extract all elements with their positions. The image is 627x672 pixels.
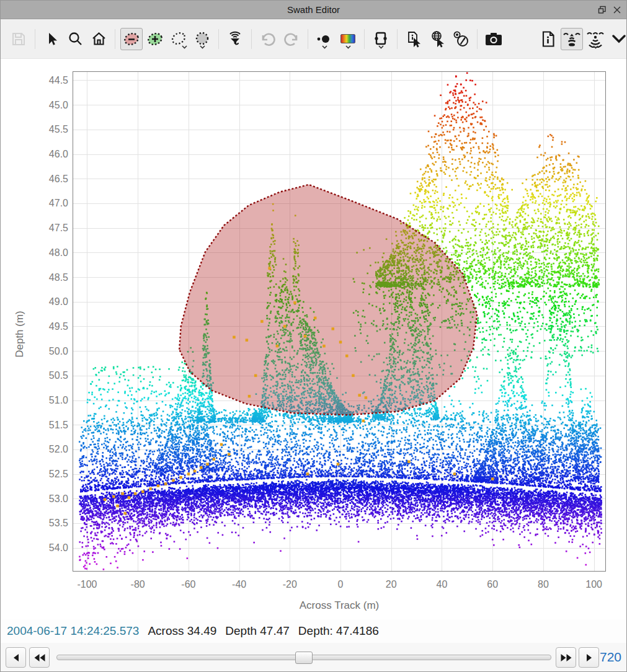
x-tick-label: -40 — [215, 578, 264, 590]
y-tick-label: 45.0 — [6, 99, 68, 111]
y-tick-label: 46.0 — [6, 148, 68, 160]
x-tick-label: 0 — [316, 578, 365, 590]
status-timestamp: 2004-06-17 14:24:25.573 — [7, 624, 139, 638]
y-tick-label: 51.5 — [6, 419, 68, 431]
status-bar: 2004-06-17 14:24:25.573 Across 34.49 Dep… — [1, 619, 626, 643]
y-tick-label: 48.5 — [6, 272, 68, 283]
step-forward-button[interactable] — [579, 647, 599, 668]
slider-thumb[interactable] — [295, 652, 313, 664]
lasso-outline-button[interactable] — [167, 28, 190, 50]
chevron-down-icon — [378, 45, 384, 49]
transport-controls: 720 — [1, 643, 626, 672]
chevron-down-icon — [345, 45, 351, 49]
x-tick-label: -80 — [113, 578, 162, 590]
titlebar: Swath Editor — [1, 1, 626, 19]
lasso-reject-button[interactable] — [120, 28, 143, 50]
fast-back-button[interactable] — [29, 647, 50, 668]
zoom-button[interactable] — [64, 28, 86, 50]
y-tick-label: 49.0 — [6, 296, 68, 307]
fast-forward-button[interactable] — [556, 647, 576, 668]
swath-editor-window: Swath Editor — [0, 0, 627, 672]
colormap-button[interactable] — [337, 28, 359, 50]
filter-button[interactable] — [224, 28, 246, 50]
y-tick-label: 44.5 — [6, 74, 68, 86]
y-tick-label: 45.5 — [6, 123, 68, 135]
point-size-button[interactable] — [313, 28, 336, 50]
status-depth-precise: Depth: 47.4186 — [298, 624, 379, 638]
x-tick-label: 100 — [569, 578, 619, 590]
y-tick-label: 46.5 — [6, 173, 68, 185]
cursor-select-button[interactable] — [40, 28, 63, 50]
y-tick-label: 48.0 — [6, 247, 68, 259]
chevron-down-icon — [182, 45, 187, 49]
fast-back-icon — [33, 653, 46, 662]
step-forward-icon — [585, 653, 594, 662]
chevron-down-icon — [593, 45, 598, 49]
swath-position-slider[interactable] — [56, 655, 551, 660]
step-back-icon — [12, 653, 20, 662]
step-back-button[interactable] — [6, 647, 26, 668]
y-tick-label: 53.5 — [6, 517, 68, 529]
y-tick-label: 47.0 — [6, 197, 68, 209]
x-tick-label: -20 — [265, 578, 314, 590]
float-window-icon[interactable] — [598, 6, 607, 14]
sonar-single-button[interactable] — [561, 28, 583, 50]
report-info-button[interactable] — [537, 28, 559, 50]
sonar-multi-button[interactable] — [584, 28, 607, 50]
expand-chevron-button[interactable] — [608, 28, 627, 50]
x-tick-label: 80 — [518, 578, 568, 590]
colormap-icon — [340, 34, 355, 43]
swath-extent-button[interactable] — [370, 28, 392, 50]
toolbar — [1, 19, 626, 59]
lasso-accept-button[interactable] — [144, 28, 166, 50]
y-tick-label: 53.0 — [6, 493, 68, 505]
y-tick-label: 52.0 — [6, 443, 68, 455]
x-tick-label: -100 — [62, 578, 112, 590]
window-title: Swath Editor — [287, 4, 340, 15]
y-tick-label: 54.0 — [6, 542, 68, 554]
y-tick-label: 50.5 — [6, 369, 68, 381]
close-icon[interactable] — [613, 6, 621, 14]
x-tick-label: -60 — [164, 578, 213, 590]
status-across: Across 34.49 — [148, 624, 216, 638]
compass-locate-button[interactable] — [450, 28, 472, 50]
x-tick-label: 60 — [468, 578, 517, 590]
query-globe-button[interactable] — [426, 28, 448, 50]
y-tick-label: 49.5 — [6, 321, 68, 332]
swath-scatter-plot[interactable] — [73, 72, 605, 571]
x-tick-label: 20 — [367, 578, 416, 590]
lasso-gray-button[interactable] — [191, 28, 213, 50]
redo-button[interactable] — [280, 28, 303, 50]
x-axis-title: Across Track (m) — [73, 599, 605, 612]
fast-forward-icon — [560, 653, 572, 662]
chevron-down-icon — [322, 45, 327, 49]
y-tick-label: 51.0 — [6, 394, 68, 406]
chevron-down-icon — [200, 45, 205, 49]
save-button[interactable] — [7, 28, 30, 50]
y-tick-label: 52.5 — [6, 468, 68, 480]
y-tick-label: 50.0 — [6, 345, 68, 357]
undo-button[interactable] — [257, 28, 279, 50]
y-tick-label: 47.5 — [6, 222, 68, 234]
swath-plot-figure: Depth (m) Across Track (m) 44.545.045.54… — [1, 59, 626, 619]
camera-button[interactable] — [482, 28, 505, 50]
home-button[interactable] — [87, 28, 110, 50]
status-depth: Depth 47.47 — [225, 624, 290, 638]
swath-counter: 720 — [600, 650, 621, 665]
x-tick-label: 40 — [417, 578, 466, 590]
query-info-button[interactable] — [402, 28, 425, 50]
